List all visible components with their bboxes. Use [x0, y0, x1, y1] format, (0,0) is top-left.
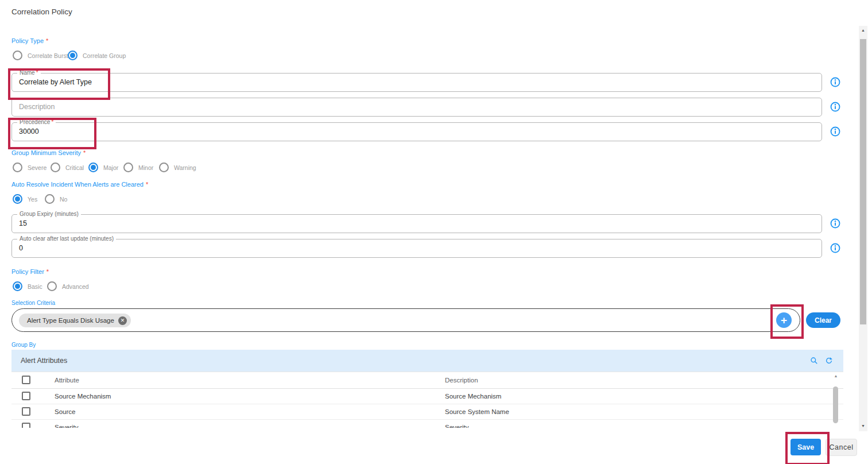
- scroll-up-icon[interactable]: ▲: [859, 26, 867, 34]
- radio-label: Yes: [28, 196, 37, 203]
- row-checkbox[interactable]: [22, 423, 30, 428]
- row-checkbox[interactable]: [22, 407, 30, 416]
- table-header-row: Attribute Description: [11, 372, 843, 389]
- required-asterisk: *: [83, 149, 86, 156]
- policy-filter-radio-group: Basic Advanced: [0, 281, 344, 292]
- precedence-input-value: 30000: [19, 123, 39, 141]
- required-asterisk: *: [51, 119, 53, 125]
- radio-label: Severe: [28, 164, 46, 171]
- radio-option-basic[interactable]: Basic: [13, 281, 42, 291]
- radio-circle-icon: [88, 163, 98, 172]
- radio-label: Minor: [138, 164, 153, 171]
- selection-criteria-label: Selection Criteria: [11, 300, 55, 306]
- column-header-attribute: Attribute: [55, 372, 79, 388]
- page-scrollbar[interactable]: ▲ ▼: [859, 26, 867, 431]
- group-expiry-input[interactable]: Group Expiry (minutes) 15: [11, 214, 822, 233]
- required-asterisk: *: [146, 181, 148, 188]
- auto-resolve-radio-group: Yes No: [0, 194, 344, 204]
- info-icon[interactable]: [830, 126, 840, 137]
- correlation-policy-page: Correlation Policy Policy Type* Correlat…: [0, 0, 868, 464]
- policy-type-radio-group: Correlate Burst Correlate Group: [0, 51, 344, 61]
- required-asterisk: *: [46, 268, 49, 275]
- radio-circle-icon: [13, 163, 22, 172]
- save-button[interactable]: Save: [790, 439, 821, 455]
- required-asterisk: *: [46, 37, 48, 44]
- radio-circle-icon: [159, 163, 169, 172]
- policy-filter-label: Policy Filter*: [11, 268, 49, 275]
- group-by-label: Group By: [11, 342, 36, 348]
- radio-option-major[interactable]: Major: [88, 163, 118, 172]
- radio-label: Critical: [65, 164, 84, 171]
- group-expiry-input-value: 15: [19, 215, 27, 233]
- cancel-button[interactable]: Cancel: [826, 439, 857, 456]
- selection-criteria-box[interactable]: Alert Type Equals Disk Usage ✕: [11, 308, 800, 332]
- table-row[interactable]: Severity Severity: [11, 420, 843, 428]
- scroll-down-icon[interactable]: ▼: [859, 422, 867, 430]
- auto-clear-input-value: 0: [19, 239, 23, 257]
- table-row[interactable]: Source Source System Name: [11, 404, 843, 420]
- radio-label: Warning: [174, 164, 196, 171]
- radio-option-severe[interactable]: Severe: [13, 163, 46, 172]
- row-checkbox[interactable]: [22, 392, 30, 400]
- description-input[interactable]: Description: [11, 98, 822, 117]
- radio-circle-icon: [123, 163, 133, 172]
- radio-label: No: [60, 196, 67, 203]
- radio-option-correlate-burst[interactable]: Correlate Burst: [13, 51, 68, 60]
- radio-circle-icon: [13, 194, 22, 204]
- severity-radio-group: Severe Critical Major Minor Warning: [0, 163, 344, 173]
- close-icon[interactable]: ✕: [118, 316, 127, 325]
- attributes-table: Attribute Description Source Mechanism S…: [11, 372, 843, 428]
- radio-option-advanced[interactable]: Advanced: [47, 281, 89, 291]
- alert-attributes-panel: Alert Attributes Attribute Description: [11, 350, 843, 428]
- radio-label: Correlate Burst: [28, 52, 68, 59]
- info-icon[interactable]: [830, 77, 840, 87]
- panel-icons: [810, 350, 833, 372]
- radio-option-minor[interactable]: Minor: [123, 163, 153, 172]
- radio-option-correlate-group[interactable]: Correlate Group: [68, 51, 126, 60]
- policy-type-label: Policy Type*: [11, 37, 48, 44]
- table-row[interactable]: Source Mechanism Source Mechanism: [11, 389, 843, 404]
- info-icon[interactable]: [830, 102, 840, 112]
- radio-label: Basic: [28, 283, 42, 290]
- clear-button[interactable]: Clear: [806, 312, 840, 328]
- radio-circle-icon: [45, 194, 55, 204]
- radio-circle-icon: [68, 51, 78, 60]
- radio-label: Correlate Group: [83, 52, 126, 59]
- radio-option-no[interactable]: No: [45, 194, 67, 204]
- search-icon[interactable]: [810, 357, 818, 365]
- column-header-description: Description: [445, 372, 478, 388]
- radio-circle-icon: [13, 51, 22, 60]
- info-icon[interactable]: [830, 218, 840, 229]
- group-minimum-severity-label: Group Minimum Severity*: [11, 149, 86, 156]
- cell-attribute: Severity: [55, 420, 79, 428]
- scroll-up-icon[interactable]: ▲: [832, 374, 839, 378]
- radio-option-warning[interactable]: Warning: [159, 163, 196, 172]
- cell-description: Source System Name: [445, 404, 509, 419]
- table-scrollbar-thumb[interactable]: [833, 386, 838, 423]
- refresh-icon[interactable]: [825, 357, 833, 365]
- add-criteria-button[interactable]: +: [776, 312, 792, 328]
- criteria-chip: Alert Type Equals Disk Usage ✕: [19, 314, 131, 327]
- page-title: Correlation Policy: [11, 7, 72, 16]
- criteria-chip-label: Alert Type Equals Disk Usage: [27, 317, 114, 324]
- radio-circle-icon: [47, 281, 57, 291]
- plus-icon: +: [781, 315, 787, 326]
- panel-title: Alert Attributes: [21, 357, 67, 365]
- table-scrollbar[interactable]: ▲: [832, 373, 839, 428]
- cell-attribute: Source: [55, 404, 75, 419]
- page-scrollbar-thumb[interactable]: [860, 39, 866, 324]
- precedence-input[interactable]: Precedence* 30000: [11, 122, 822, 141]
- name-input-value: Correlate by Alert Type: [19, 74, 92, 91]
- auto-resolve-label: Auto Resolve Incident When Alerts are Cl…: [11, 181, 148, 188]
- auto-clear-input[interactable]: Auto clear after last update (minutes) 0: [11, 239, 822, 258]
- radio-option-yes[interactable]: Yes: [13, 194, 37, 204]
- radio-label: Advanced: [62, 283, 89, 290]
- description-placeholder: Description: [19, 98, 55, 116]
- radio-option-critical[interactable]: Critical: [51, 163, 84, 172]
- info-icon[interactable]: [830, 243, 840, 253]
- cell-attribute: Source Mechanism: [55, 389, 111, 404]
- name-input[interactable]: Name* Correlate by Alert Type: [11, 73, 822, 92]
- alert-attributes-header: Alert Attributes: [11, 350, 843, 372]
- auto-clear-input-label: Auto clear after last update (minutes): [17, 235, 116, 242]
- select-all-checkbox[interactable]: [22, 376, 30, 384]
